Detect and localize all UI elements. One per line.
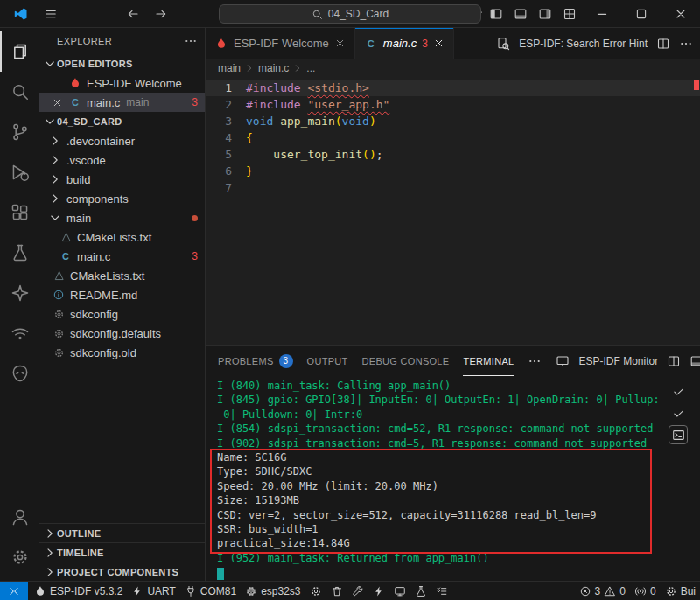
- activity-search[interactable]: [0, 72, 39, 112]
- breadcrumb-item[interactable]: main.c: [258, 62, 289, 74]
- status-flash-method[interactable]: UART: [127, 582, 179, 600]
- search-error-hint-icon[interactable]: [496, 37, 510, 51]
- modified-dot: [192, 215, 198, 221]
- chevron-down-icon: [43, 57, 57, 71]
- status-device-target[interactable]: esp32s3: [241, 582, 304, 600]
- status-commands[interactable]: [431, 582, 452, 600]
- panel-tab-terminal[interactable]: TERMINAL: [463, 346, 514, 376]
- customize-layout-icon[interactable]: [557, 3, 582, 25]
- activity-esp-idf-tests[interactable]: [0, 233, 39, 273]
- status-idf-test[interactable]: [410, 582, 431, 600]
- tree-item-readme-md[interactable]: README.md: [39, 285, 205, 304]
- status-full-clean[interactable]: [326, 582, 347, 600]
- activity-esp-idf-explorer[interactable]: [0, 273, 39, 313]
- scm-icon: [10, 122, 30, 142]
- code-line[interactable]: 5 user_top_init();: [206, 146, 700, 163]
- status-ports[interactable]: 0: [630, 582, 661, 600]
- activity-settings[interactable]: [0, 537, 39, 577]
- debug-icon: [10, 163, 30, 182]
- tab-esp-idf-welcome[interactable]: ESP-IDF Welcome: [206, 28, 355, 59]
- activity-espressif[interactable]: [0, 353, 39, 394]
- status-build-status[interactable]: Bui: [661, 582, 700, 600]
- minimize-button[interactable]: [582, 0, 621, 27]
- activity-run-debug[interactable]: [0, 152, 39, 192]
- status-bar: ESP-IDF v5.3.2UARTCOM81esp32s3 300Bui: [0, 581, 700, 600]
- status-problems[interactable]: 30: [575, 582, 630, 600]
- toggle-secondary-sidebar-icon[interactable]: [533, 3, 557, 25]
- panel-tab-debug-console[interactable]: DEBUG CONSOLE: [362, 346, 450, 376]
- split-editor-icon[interactable]: [656, 37, 670, 51]
- tree-item-sdkconfig-old[interactable]: sdkconfig.old: [39, 343, 205, 362]
- tree-item-cmakelists-txt[interactable]: CMakeLists.txt: [39, 227, 205, 247]
- editor-more-icon[interactable]: [679, 37, 693, 51]
- tree-item--devcontainer[interactable]: .devcontainer: [39, 131, 205, 150]
- toggle-sidebar-icon[interactable]: [484, 3, 508, 25]
- status-flash[interactable]: [368, 582, 389, 600]
- folder-header[interactable]: 04_SD_CARD: [39, 112, 205, 131]
- activity-source-control[interactable]: [0, 112, 39, 152]
- gear-icon: [53, 347, 65, 359]
- sidebar-more-icon[interactable]: [184, 34, 198, 48]
- maximize-button[interactable]: [621, 0, 661, 27]
- close-button[interactable]: [661, 0, 700, 27]
- forward-button[interactable]: [149, 3, 173, 25]
- panel-tab-output[interactable]: OUTPUT: [307, 346, 348, 376]
- back-button[interactable]: [121, 3, 145, 25]
- panel-tab-problems[interactable]: PROBLEMS3: [218, 346, 293, 376]
- menu-icon[interactable]: [38, 3, 63, 25]
- status-build[interactable]: [347, 582, 368, 600]
- code-line[interactable]: 1#include <stdio.h>: [206, 80, 700, 96]
- activity-accounts[interactable]: [0, 497, 39, 537]
- terminal-line: SSR: bus_width=1: [217, 523, 665, 537]
- tree-item-components[interactable]: components: [39, 189, 205, 208]
- open-editor-item[interactable]: Cmain.cmain3: [39, 93, 205, 112]
- code-line[interactable]: 6}: [206, 163, 700, 179]
- toggle-panel-icon[interactable]: [508, 3, 533, 25]
- code-editor[interactable]: 1#include <stdio.h>2#include "user_app.h…: [206, 78, 700, 345]
- code-line[interactable]: 2#include "user_app.h": [206, 96, 700, 113]
- task-check[interactable]: [668, 381, 688, 401]
- tree-item--vscode[interactable]: .vscode: [39, 150, 205, 170]
- activity-esp-rainmaker[interactable]: [0, 313, 39, 353]
- code-line[interactable]: 4{: [206, 129, 700, 146]
- status-monitor[interactable]: [389, 582, 410, 600]
- terminal-session[interactable]: [668, 425, 688, 444]
- panel-more-icon[interactable]: [528, 354, 542, 368]
- activity-extensions[interactable]: [0, 192, 39, 233]
- split-terminal-icon[interactable]: [667, 354, 681, 368]
- sidebar-section-project-components[interactable]: PROJECT COMPONENTS: [39, 562, 205, 581]
- tree-item-sdkconfig[interactable]: sdkconfig: [39, 304, 205, 324]
- status-remote[interactable]: [0, 582, 28, 600]
- task-check[interactable]: [668, 403, 688, 422]
- status-serial-port[interactable]: COM81: [180, 582, 241, 600]
- search-error-hint-label[interactable]: ESP-IDF: Search Error Hint: [519, 38, 648, 50]
- open-editors-header[interactable]: OPEN EDITORS: [39, 54, 205, 73]
- esp-idf-monitor-label[interactable]: ESP-IDF Monitor: [578, 355, 658, 367]
- status-menuconfig[interactable]: [305, 582, 326, 600]
- breadcrumb[interactable]: mainmain.c...: [206, 59, 700, 78]
- esp-idf-monitor-icon[interactable]: [556, 354, 570, 368]
- close-icon[interactable]: [334, 38, 346, 49]
- status-esp-idf-version[interactable]: ESP-IDF v5.3.2: [30, 582, 127, 600]
- tree-item-main[interactable]: main: [39, 208, 205, 227]
- command-center-search[interactable]: 04_SD_Card: [219, 4, 481, 24]
- tree-item-sdkconfig-defaults[interactable]: sdkconfig.defaults: [39, 324, 205, 343]
- close-icon[interactable]: [433, 38, 444, 49]
- code-line[interactable]: 3void app_main(void): [206, 113, 700, 129]
- tab-main-c[interactable]: Cmain.c3: [355, 28, 454, 59]
- sidebar-section-timeline[interactable]: TIMELINE: [39, 542, 205, 562]
- activity-explorer[interactable]: [0, 31, 39, 72]
- close-icon[interactable]: [50, 97, 64, 108]
- breadcrumb-item[interactable]: main: [218, 62, 241, 74]
- open-editor-item[interactable]: ESP-IDF Welcome: [39, 73, 205, 93]
- chevR-icon: [48, 153, 62, 167]
- tree-item-cmakelists-txt[interactable]: CMakeLists.txt: [39, 266, 205, 285]
- code-line[interactable]: 7: [206, 179, 700, 196]
- breadcrumb-item[interactable]: ...: [306, 62, 315, 74]
- tree-item-build[interactable]: build: [39, 170, 205, 189]
- tree-item-main-c[interactable]: Cmain.c3: [39, 247, 205, 266]
- terminal[interactable]: I (840) main_task: Calling app_main()I (…: [206, 376, 700, 581]
- panel-layout-icon[interactable]: [690, 354, 700, 368]
- sidebar-section-outline[interactable]: OUTLINE: [39, 523, 205, 542]
- tree-item-label: sdkconfig.old: [70, 346, 136, 359]
